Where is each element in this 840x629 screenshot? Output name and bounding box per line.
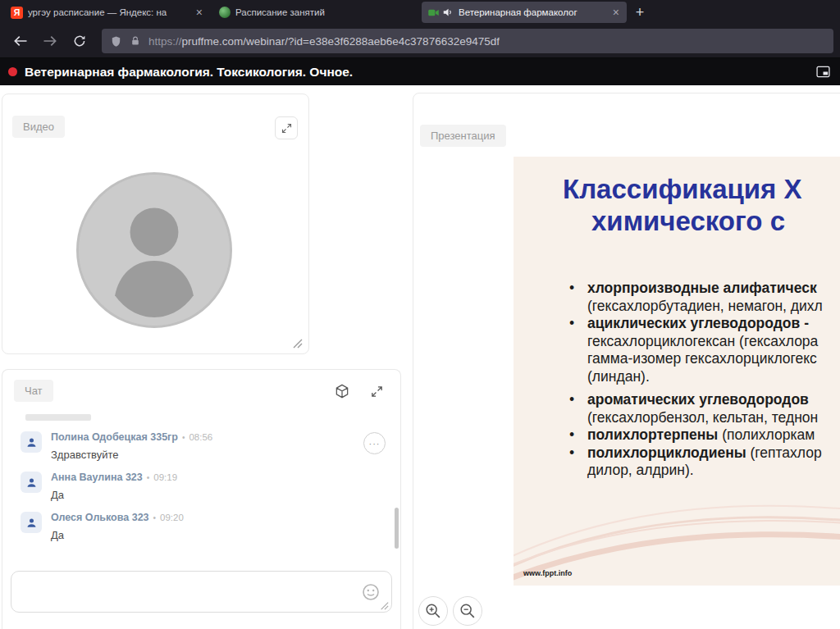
speaker-icon — [442, 7, 454, 18]
video-placeholder-avatar — [76, 172, 232, 328]
chat-message: Анна Ваулина 323 • 09:19 Да — [21, 472, 389, 501]
chat-message-list[interactable]: Полина Одобецкая 335гр • 08:56 Здравству… — [2, 406, 389, 566]
lock-icon[interactable] — [130, 35, 141, 47]
message-author: Полина Одобецкая 335гр — [51, 431, 178, 443]
url-text: https://pruffme.com/webinar/?id=e38e3f62… — [148, 35, 500, 48]
message-text: Да — [51, 489, 177, 501]
tab-schedule[interactable]: Расписание занятий — [213, 2, 418, 23]
layout-toggle-button[interactable] — [816, 66, 830, 78]
yandex-favicon-icon: Я — [11, 7, 23, 19]
presentation-panel: Презентация Классификация Х химического … — [413, 93, 840, 629]
zoom-out-button[interactable] — [453, 596, 482, 626]
tab-yandex-search[interactable]: Я ургэу расписание — Яндекс: на × — [5, 2, 210, 23]
presentation-panel-label: Презентация — [420, 125, 506, 147]
tab-webinar[interactable]: Ветеринарная фармаколог × — [422, 2, 627, 23]
chat-panel: Чат Полина Одобецкая 335гр • 08:56 Здра — [2, 369, 401, 629]
slide-bullet: ароматических углеводородов(гексахлорбен… — [514, 391, 840, 426]
live-indicator-icon — [8, 67, 17, 76]
message-text: Да — [51, 529, 184, 541]
cube-icon[interactable] — [333, 382, 351, 400]
tab-title: ургэу расписание — Яндекс: на — [28, 7, 189, 17]
message-author: Олеся Олькова 323 — [51, 512, 149, 523]
slide-title: Классификация Х химического с — [514, 173, 840, 237]
chat-message: Полина Одобецкая 335гр • 08:56 Здравству… — [21, 431, 389, 461]
shield-icon[interactable] — [110, 35, 122, 48]
slide-bullets: хлорпроизводные алифатическ(гексахлорбут… — [514, 280, 840, 480]
emoji-picker-button[interactable] — [360, 581, 381, 603]
chat-expand-button[interactable] — [368, 382, 386, 400]
dot-separator: • — [147, 473, 150, 482]
video-panel: Видео — [2, 93, 309, 354]
message-time: 09:19 — [153, 472, 177, 482]
input-resize-grip-icon[interactable] — [380, 601, 389, 610]
presentation-slide: Классификация Х химического с хлорпроизв… — [514, 157, 840, 586]
slide-bullet: ациклических углеводородов -гексахлорцик… — [514, 315, 840, 385]
site-favicon-icon — [219, 7, 231, 18]
resize-grip-icon[interactable] — [292, 338, 303, 349]
tab-media-indicators — [427, 7, 454, 19]
message-time: 08:56 — [189, 432, 212, 442]
webinar-title: Ветеринарная фармакология. Токсикология.… — [25, 65, 809, 80]
dot-separator: • — [153, 513, 157, 522]
clipped-message — [25, 414, 91, 421]
browser-tabbar: Я ургэу расписание — Яндекс: на × Распис… — [0, 0, 840, 25]
camera-icon — [427, 7, 440, 19]
zoom-in-button[interactable] — [418, 596, 448, 626]
reload-button[interactable] — [66, 28, 94, 54]
url-bar[interactable]: https://pruffme.com/webinar/?id=e38e3f62… — [102, 29, 833, 53]
chat-panel-label: Чат — [14, 380, 53, 402]
dot-separator: • — [182, 433, 185, 442]
slide-bullet: полихлортерпены (полихлоркам — [514, 426, 840, 444]
browser-navbar: https://pruffme.com/webinar/?id=e38e3f62… — [0, 25, 840, 58]
webinar-header: Ветеринарная фармакология. Токсикология.… — [0, 58, 840, 85]
forward-button[interactable] — [36, 28, 64, 54]
message-actions-button[interactable]: ··· — [363, 432, 386, 454]
video-expand-button[interactable] — [275, 116, 298, 139]
close-icon[interactable]: × — [194, 7, 204, 18]
chat-scrollbar[interactable] — [395, 508, 399, 549]
user-avatar-icon — [21, 472, 42, 493]
close-icon[interactable]: × — [611, 7, 621, 18]
message-text: Здравствуйте — [51, 449, 212, 461]
webinar-content: Видео Чат — [0, 85, 840, 629]
slide-bullet: хлорпроизводные алифатическ(гексахлорбут… — [514, 280, 840, 315]
user-avatar-icon — [21, 431, 42, 453]
slide-bullet: полихлорциклодиены (гептахлордилор, алдр… — [514, 444, 840, 480]
video-panel-label: Видео — [12, 116, 65, 138]
user-avatar-icon — [21, 512, 42, 533]
message-author: Анна Ваулина 323 — [51, 472, 143, 483]
slide-footer-url: www.fppt.info — [523, 569, 572, 577]
chat-message: Олеся Олькова 323 • 09:20 Да — [21, 512, 389, 541]
chat-message-input[interactable] — [11, 571, 392, 613]
message-time: 09:20 — [160, 513, 184, 522]
tab-title: Расписание занятий — [235, 7, 404, 17]
new-tab-button[interactable]: + — [628, 2, 651, 23]
back-button[interactable] — [7, 28, 34, 54]
tab-title: Ветеринарная фармаколог — [459, 7, 606, 17]
